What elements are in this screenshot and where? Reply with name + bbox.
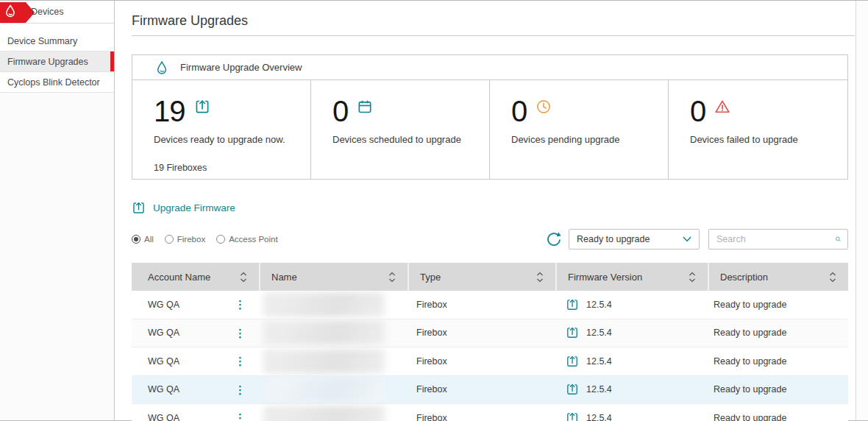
description-text: Ready to upgrade	[714, 384, 786, 395]
table-row[interactable]: WG QA ⋮ Firebox 12.5.4 Ready to upgrade	[132, 404, 848, 421]
firmware-version-text: 12.5.4	[586, 356, 612, 367]
table-row[interactable]: WG QA ⋮ Firebox 12.5.4 Ready to upgrade	[132, 291, 848, 319]
sidebar: Devices Device Summary Firmware Upgrades…	[0, 1, 115, 420]
description-cell: Ready to upgrade	[708, 319, 848, 347]
row-actions-kebab-icon[interactable]: ⋮	[232, 384, 249, 395]
refresh-icon	[545, 230, 563, 248]
account-name-cell: WG QA ⋮	[132, 291, 259, 319]
type-text: Firebox	[416, 384, 447, 395]
chevron-down-icon	[683, 236, 691, 242]
sort-icon[interactable]	[536, 272, 544, 283]
stat-failed-to-upgrade: 0 Devices failed to upgrade	[669, 80, 847, 179]
account-name-text: WG QA	[148, 413, 179, 421]
table-row[interactable]: WG QA ⋮ Firebox 12.5.4 Ready to upgrade	[132, 319, 848, 348]
upgrade-icon	[566, 355, 579, 368]
description-text: Ready to upgrade	[714, 356, 786, 367]
upgrade-firmware-label: Upgrade Firmware	[153, 202, 235, 213]
table-row[interactable]: WG QA ⋮ Firebox 12.5.4 Ready to upgrade	[132, 376, 848, 405]
description-cell: Ready to upgrade	[708, 376, 848, 404]
radio-icon	[132, 235, 140, 244]
redacted-device-name	[263, 349, 385, 374]
refresh-button[interactable]	[545, 230, 563, 248]
filter-radio-firebox[interactable]: Firebox	[165, 235, 205, 244]
row-actions-kebab-icon[interactable]: ⋮	[232, 299, 249, 310]
column-header-description[interactable]: Description	[708, 263, 848, 291]
search-icon[interactable]	[835, 233, 842, 246]
stat-scheduled-to-upgrade: 0 Devices scheduled to upgrade	[311, 80, 490, 179]
column-label: Account Name	[148, 272, 210, 283]
firmware-version-text: 12.5.4	[586, 328, 612, 338]
name-cell	[259, 291, 408, 319]
redacted-device-name	[263, 377, 385, 402]
filter-radio-access-point[interactable]: Access Point	[216, 235, 277, 244]
main-content: Firmware Upgrades Firmware Upgrade Overv…	[115, 1, 855, 420]
sidebar-header-label: Devices	[31, 1, 63, 23]
firmware-version-cell: 12.5.4	[555, 319, 708, 347]
firmware-version-cell: 12.5.4	[555, 376, 708, 404]
description-text: Ready to upgrade	[714, 328, 786, 338]
account-name-cell: WG QA ⋮	[132, 319, 259, 347]
redacted-device-name	[263, 292, 385, 317]
page-title: Firmware Upgrades	[132, 1, 855, 29]
type-text: Firebox	[416, 328, 447, 338]
sidebar-item-device-summary[interactable]: Device Summary	[0, 31, 114, 52]
warning-icon	[714, 99, 730, 115]
stat-value: 0	[332, 96, 348, 126]
scroll-gutter[interactable]	[855, 1, 868, 420]
status-filter-dropdown[interactable]: Ready to upgrade	[569, 229, 700, 250]
devices-ribbon-banner	[0, 2, 35, 23]
description-text: Ready to upgrade	[714, 300, 786, 310]
account-name-text: WG QA	[148, 356, 179, 367]
type-cell: Firebox	[408, 319, 555, 347]
device-type-filter: All Firebox Access Point	[132, 235, 278, 244]
row-actions-kebab-icon[interactable]: ⋮	[232, 355, 249, 367]
sidebar-item-firmware-upgrades[interactable]: Firmware Upgrades	[0, 52, 114, 72]
row-actions-kebab-icon[interactable]: ⋮	[232, 412, 249, 421]
sidebar-nav: Device Summary Firmware Upgrades Cyclops…	[0, 24, 114, 93]
firmware-version-cell: 12.5.4	[555, 347, 708, 375]
column-label: Type	[420, 272, 441, 283]
sort-icon[interactable]	[388, 272, 396, 283]
radio-icon	[216, 235, 225, 244]
row-actions-kebab-icon[interactable]: ⋮	[232, 328, 249, 339]
upgrade-icon	[566, 411, 579, 421]
name-cell	[259, 319, 408, 347]
radio-label: All	[144, 235, 154, 244]
sort-icon[interactable]	[240, 272, 247, 283]
name-cell	[259, 376, 408, 404]
redacted-device-name	[263, 406, 385, 421]
sidebar-header[interactable]: Devices	[0, 1, 114, 24]
table-row[interactable]: WG QA ⋮ Firebox 12.5.4 Ready to upgrade	[132, 347, 848, 376]
sort-icon[interactable]	[689, 272, 696, 283]
stat-value: 0	[690, 96, 705, 126]
search-input[interactable]	[716, 234, 835, 244]
right-controls: Ready to upgrade	[545, 229, 848, 250]
description-cell: Ready to upgrade	[708, 404, 848, 421]
type-cell: Firebox	[408, 404, 555, 421]
sort-icon[interactable]	[829, 272, 836, 283]
clock-icon	[536, 99, 552, 115]
stat-pending-upgrade: 0 Devices pending upgrade	[490, 80, 669, 179]
filter-radio-all[interactable]: All	[132, 235, 154, 244]
upgrade-icon	[566, 383, 579, 396]
search-box	[708, 229, 848, 250]
stat-label: Devices scheduled to upgrade	[332, 134, 472, 145]
droplet-icon	[154, 60, 169, 75]
radio-label: Access Point	[229, 235, 277, 244]
account-name-cell: WG QA ⋮	[132, 376, 259, 404]
overview-card-title: Firmware Upgrade Overview	[180, 62, 302, 73]
upgrade-icon	[132, 201, 146, 215]
stat-ready-to-upgrade: 19 Devices ready to upgrade now. 19 Fire…	[132, 80, 311, 179]
radio-label: Firebox	[177, 235, 205, 244]
column-header-name[interactable]: Name	[259, 263, 408, 291]
column-header-account-name[interactable]: Account Name	[132, 263, 259, 291]
firmware-overview-card: Firmware Upgrade Overview 19 Devices rea…	[132, 54, 848, 180]
upgrade-firmware-button[interactable]: Upgrade Firmware	[132, 201, 235, 215]
type-text: Firebox	[416, 300, 447, 310]
column-header-firmware-version[interactable]: Firmware Version	[555, 263, 708, 291]
column-header-type[interactable]: Type	[408, 263, 555, 291]
sidebar-item-cyclops-blink-detector[interactable]: Cyclops Blink Detector	[0, 72, 114, 93]
account-name-text: WG QA	[148, 300, 179, 310]
name-cell	[259, 404, 408, 421]
account-name-text: WG QA	[148, 328, 179, 338]
